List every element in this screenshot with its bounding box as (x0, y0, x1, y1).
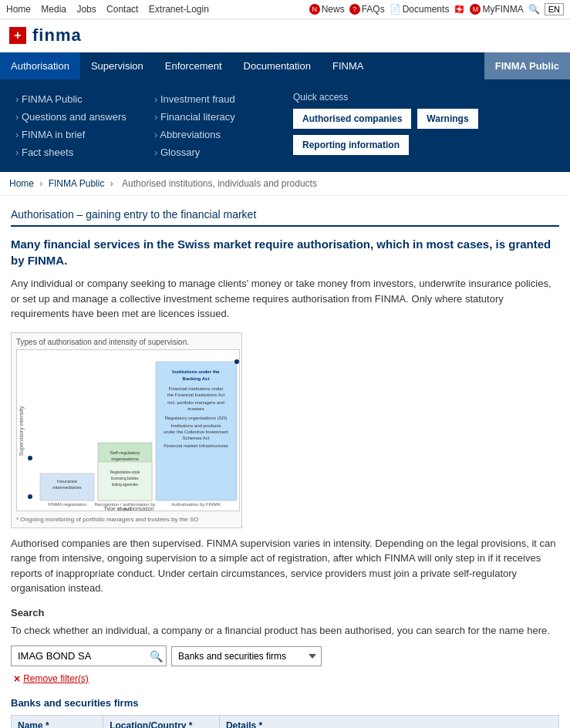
nav-supervision[interactable]: Supervision (80, 52, 154, 79)
table-header: Name * Location/Country * Details * (12, 716, 559, 729)
nav-authorisation[interactable]: Authorisation (0, 52, 80, 79)
quick-access-panel: Quick access Authorised companies Warnin… (278, 87, 570, 164)
body-text: Authorised companies are then supervised… (11, 536, 559, 596)
intro-text: Any individual or company seeking to man… (11, 276, 559, 322)
search-submit-button[interactable]: 🔍 (150, 650, 163, 662)
svg-text:Schemes Act: Schemes Act (182, 436, 209, 440)
svg-text:intermediaries: intermediaries (52, 485, 82, 490)
svg-point-31 (234, 359, 239, 364)
svg-text:licensing bodies: licensing bodies (111, 476, 139, 480)
faqs-link[interactable]: ? FAQs (349, 4, 385, 15)
svg-text:under the Collective Investmen: under the Collective Investment (164, 430, 228, 434)
svg-point-30 (28, 456, 32, 460)
dd-finma-public[interactable]: FINMA Public (15, 90, 123, 108)
search-input-wrap: 🔍 (11, 645, 167, 666)
breadcrumb-current: Authorised institutions, individuals and… (122, 178, 317, 189)
flag-icon[interactable]: 🇨🇭 (454, 4, 465, 15)
main-nav: Authorisation Supervision Enforcement Do… (0, 52, 570, 79)
filter-select[interactable]: Banks and securities firms Insurance com… (171, 646, 322, 666)
logo-bar: finma (0, 19, 570, 52)
finma-public-button[interactable]: FINMA Public (484, 52, 570, 79)
flag-ch: 🇨🇭 (454, 4, 465, 15)
dd-abbreviations[interactable]: Abbreviations (154, 126, 262, 143)
warnings-button[interactable]: Warnings (417, 109, 477, 129)
dd-glossary[interactable]: Glossary (154, 143, 262, 161)
documents-link[interactable]: 📄 Documents (390, 4, 450, 15)
nav-documentation[interactable]: Documentation (233, 52, 322, 79)
breadcrumb-sep-2: › (110, 178, 116, 189)
nav-extranet[interactable]: Extranet-Login (149, 4, 209, 15)
svg-text:Regulatory organisations (SO): Regulatory organisations (SO) (165, 416, 228, 420)
search-top-icon[interactable]: 🔍 (528, 4, 540, 15)
main-content: Authorisation – gaining entry to the fin… (0, 196, 570, 728)
nav-finma[interactable]: FINMA (322, 52, 374, 79)
finma-logo: finma (32, 25, 82, 46)
dd-fact-sheets[interactable]: Fact sheets (15, 143, 123, 161)
nav-contact[interactable]: Contact (106, 4, 138, 15)
breadcrumb-home[interactable]: Home (9, 178, 34, 189)
svg-text:Financial institutions under: Financial institutions under (168, 386, 223, 391)
authorisation-chart: Types of authorisation and intensity of … (11, 332, 242, 528)
dd-financial-literacy[interactable]: Financial literacy (154, 108, 262, 126)
svg-point-29 (28, 494, 32, 499)
search-input[interactable] (12, 646, 166, 666)
svg-rect-9 (98, 462, 152, 501)
dd-investment-fraud[interactable]: Investment fraud (154, 90, 262, 108)
search-section-description: To check whether an individual, a compan… (11, 623, 559, 639)
col-details: Details * (219, 716, 558, 729)
top-right-links: N News ? FAQs 📄 Documents 🇨🇭 M MyFINMA 🔍… (309, 3, 564, 15)
results-table: Name * Location/Country * Details * IMAG… (11, 715, 559, 728)
results-section: Banks and securities firms Name * Locati… (11, 697, 559, 728)
top-bar: Home Media Jobs Contact Extranet-Login N… (0, 0, 570, 19)
table-header-row: Name * Location/Country * Details * (12, 716, 559, 729)
quick-access-buttons: Authorised companies Warnings Reporting … (293, 109, 555, 155)
svg-text:incl. portfolio managers and: incl. portfolio managers and (167, 400, 224, 405)
remove-filter-row: × Remove filter(s) (14, 672, 559, 685)
col-name: Name * (12, 716, 103, 729)
col-location: Location/Country * (103, 716, 220, 729)
page-title: Authorisation – gaining entry to the fin… (11, 208, 559, 227)
svg-text:Recognition / authorisation by: Recognition / authorisation by (94, 502, 155, 507)
nav-enforcement[interactable]: Enforcement (154, 52, 233, 79)
myfinma-icon: M (470, 4, 481, 15)
svg-text:Supervisory intensity: Supervisory intensity (19, 406, 25, 456)
dd-questions-answers[interactable]: Questions and answers (15, 108, 123, 126)
nav-jobs[interactable]: Jobs (76, 4, 96, 15)
authorised-companies-button[interactable]: Authorised companies (293, 109, 411, 129)
nav-media[interactable]: Media (41, 4, 66, 15)
dropdown-col-1: FINMA Public Questions and answers FINMA… (0, 87, 139, 164)
svg-text:Registration-style: Registration-style (110, 470, 140, 474)
faqs-icon: ? (349, 4, 360, 15)
nav-home[interactable]: Home (6, 4, 31, 15)
svg-text:Self-regulatory: Self-regulatory (110, 450, 140, 455)
svg-text:trustees: trustees (187, 406, 204, 411)
quick-access-title: Quick access (293, 92, 555, 103)
myfinma-link[interactable]: M MyFINMA (470, 4, 523, 15)
dropdown-col-2: Investment fraud Financial literacy Abbr… (139, 87, 278, 164)
svg-text:FINMA registration: FINMA registration (48, 502, 86, 507)
svg-text:organisations: organisations (111, 457, 139, 461)
lang-button[interactable]: EN (545, 3, 564, 15)
reporting-information-button[interactable]: Reporting information (293, 135, 409, 155)
swiss-flag-icon (9, 27, 26, 44)
dd-finma-brief[interactable]: FINMA in brief (15, 126, 123, 143)
results-category-title: Banks and securities firms (11, 697, 559, 709)
breadcrumb: Home › FINMA Public › Authorised institu… (0, 172, 570, 196)
news-link[interactable]: N News (309, 4, 345, 15)
documents-icon: 📄 (390, 4, 401, 15)
breadcrumb-sep-1: › (39, 178, 45, 189)
svg-text:Financial market infrastructur: Financial market infrastructures (164, 443, 228, 448)
chart-footnote: * Ongoing monitoring of portfolio manage… (16, 516, 237, 523)
chart-title: Types of authorisation and intensity of … (16, 338, 237, 346)
search-section-title: Search (11, 607, 559, 618)
svg-text:Institutions under the: Institutions under the (172, 369, 220, 374)
chart-svg: Supervisory intensity Type of authorisat… (16, 349, 240, 511)
svg-text:Insurance: Insurance (57, 479, 78, 484)
remove-filter-link[interactable]: Remove filter(s) (23, 673, 89, 684)
breadcrumb-finma-public[interactable]: FINMA Public (49, 178, 105, 189)
intro-bold-text: Many financial services in the Swiss mar… (11, 236, 559, 268)
remove-filter-x-icon: × (14, 672, 20, 685)
svg-text:Authorisation by FINMA: Authorisation by FINMA (171, 502, 220, 507)
search-bar: 🔍 Banks and securities firms Insurance c… (11, 645, 559, 666)
svg-text:FINMA: FINMA (118, 507, 133, 511)
